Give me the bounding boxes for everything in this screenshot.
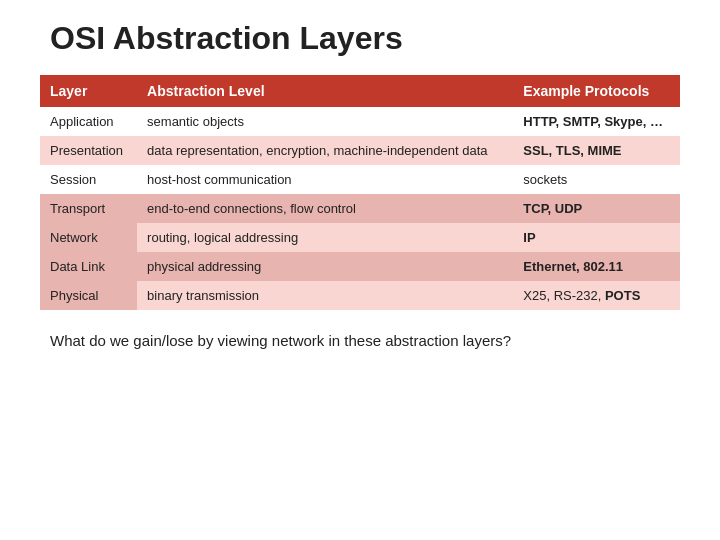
table-row: Presentation data representation, encryp… (40, 136, 680, 165)
protocols: X25, RS-232, POTS (513, 281, 680, 310)
layer-name: Application (40, 107, 137, 136)
osi-table: Layer Abstraction Level Example Protocol… (40, 75, 680, 310)
layer-name: Physical (40, 281, 137, 310)
table-row: Session host-host communication sockets (40, 165, 680, 194)
abstraction-desc: semantic objects (137, 107, 513, 136)
abstraction-desc: binary transmission (137, 281, 513, 310)
page-title: OSI Abstraction Layers (40, 20, 680, 57)
protocols: SSL, TLS, MIME (513, 136, 680, 165)
abstraction-desc: end-to-end connections, flow control (137, 194, 513, 223)
page: OSI Abstraction Layers Layer Abstraction… (0, 0, 720, 540)
table-row: Data Link physical addressing Ethernet, … (40, 252, 680, 281)
abstraction-desc: data representation, encryption, machine… (137, 136, 513, 165)
col-header-protocols: Example Protocols (513, 75, 680, 107)
table-row: Application semantic objects HTTP, SMTP,… (40, 107, 680, 136)
col-header-layer: Layer (40, 75, 137, 107)
protocols: sockets (513, 165, 680, 194)
protocols: IP (513, 223, 680, 252)
layer-name: Presentation (40, 136, 137, 165)
layer-name: Session (40, 165, 137, 194)
table-row: Physical binary transmission X25, RS-232… (40, 281, 680, 310)
layer-name: Network (40, 223, 137, 252)
abstraction-desc: physical addressing (137, 252, 513, 281)
protocols: TCP, UDP (513, 194, 680, 223)
table-row: Network routing, logical addressing IP (40, 223, 680, 252)
layer-name: Transport (40, 194, 137, 223)
protocols: HTTP, SMTP, Skype, … (513, 107, 680, 136)
table-row: Transport end-to-end connections, flow c… (40, 194, 680, 223)
protocols: Ethernet, 802.11 (513, 252, 680, 281)
table-header-row: Layer Abstraction Level Example Protocol… (40, 75, 680, 107)
abstraction-desc: host-host communication (137, 165, 513, 194)
col-header-abstraction: Abstraction Level (137, 75, 513, 107)
abstraction-desc: routing, logical addressing (137, 223, 513, 252)
footer-text: What do we gain/lose by viewing network … (40, 332, 680, 349)
layer-name: Data Link (40, 252, 137, 281)
